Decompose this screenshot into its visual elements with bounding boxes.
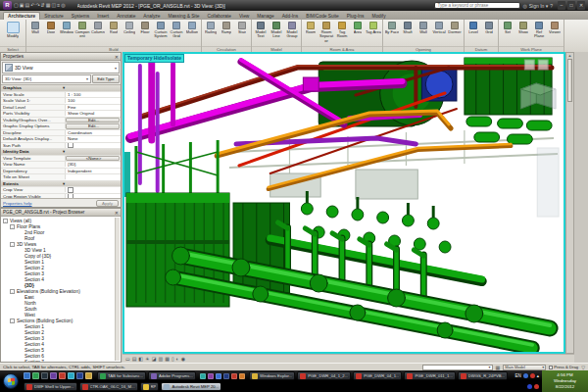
tree-expander-icon[interactable]: - (10, 318, 15, 323)
ribbon-tab[interactable]: Insert (93, 13, 113, 20)
tree-expander-icon[interactable]: - (10, 242, 15, 247)
ribbon-button[interactable]: Wall (416, 21, 431, 46)
quick-launch-icon[interactable] (41, 372, 48, 379)
view-control-icon[interactable]: ◪ (152, 355, 157, 363)
tree-expander-icon[interactable] (18, 301, 23, 306)
view-control-icon[interactable]: ◉ (181, 355, 185, 363)
view-control-icon[interactable]: ◧ (138, 355, 143, 363)
ribbon-button[interactable]: Floor (137, 21, 153, 46)
tray-icon[interactable] (534, 384, 539, 389)
property-value[interactable]: Independent (66, 169, 121, 174)
property-value[interactable]: Edit... (66, 123, 120, 129)
ribbon-tab[interactable]: Structure (40, 13, 67, 20)
quick-access-icon[interactable]: ◫ (52, 1, 57, 10)
ribbon-button[interactable]: Show (515, 21, 531, 46)
ribbon-button[interactable]: Component (74, 21, 90, 46)
browser-tree-item[interactable]: Section 7 (1, 359, 121, 362)
ribbon-button[interactable]: Room Separator (318, 21, 334, 46)
tray-icon[interactable] (530, 373, 535, 378)
steering-wheel-panel[interactable] (537, 148, 559, 217)
tree-expander-icon[interactable] (18, 313, 23, 318)
app-icon[interactable] (223, 373, 229, 379)
taskbar-window-button[interactable]: RP (140, 382, 160, 391)
property-value[interactable]: ▾ (61, 149, 121, 155)
tree-expander-icon[interactable]: - (3, 219, 8, 223)
tree-expander-icon[interactable] (18, 260, 23, 265)
ribbon-button[interactable]: Room (303, 21, 318, 46)
taskbar-window-button[interactable]: PGE_DWR_011_1... (404, 371, 455, 380)
quick-access-icon[interactable]: ▢ (14, 1, 19, 10)
ribbon-tab[interactable]: Systems (68, 13, 93, 20)
ribbon-tab[interactable]: Manage (253, 13, 277, 20)
quick-launch-icon[interactable] (32, 372, 39, 379)
close-icon[interactable]: ✕ (115, 210, 119, 216)
quick-access-icon[interactable]: ↷ (35, 1, 39, 10)
ribbon-button[interactable]: Column (90, 21, 106, 46)
maximize-button[interactable]: □ (567, 1, 575, 10)
taskbar-clock[interactable]: 4:56 PM Wednesday 8/22/2012 (542, 370, 588, 392)
property-value[interactable] (66, 174, 121, 180)
app-icon[interactable] (208, 373, 214, 379)
view-control-icon[interactable]: ▭ (125, 355, 130, 363)
selection-filter-icon[interactable]: ▽ (581, 365, 585, 370)
quick-launch-icon[interactable] (59, 372, 66, 379)
scrollbar-thumb[interactable] (567, 59, 572, 102)
taskbar-window-button[interactable]: Windows Explor... (249, 371, 295, 380)
ribbon-tab[interactable]: Add-Ins (278, 13, 303, 20)
ribbon-button[interactable]: Viewer (547, 21, 563, 46)
tree-expander-icon[interactable] (18, 230, 23, 235)
property-value[interactable]: ▾ (61, 85, 121, 91)
property-value[interactable] (66, 187, 121, 193)
temporary-hide-isolate-banner[interactable]: Temporary Hide/Isolate (124, 54, 184, 63)
tree-expander-icon[interactable]: - (10, 289, 15, 294)
ribbon-button[interactable]: Roof (106, 21, 122, 46)
language-indicator[interactable]: EN (514, 373, 520, 378)
view-control-icon[interactable]: ▯ (172, 355, 174, 363)
close-button[interactable]: ✕ (577, 1, 585, 10)
quick-launch-icon[interactable] (85, 372, 92, 379)
property-value[interactable]: Coordination (66, 130, 121, 136)
ribbon-tab[interactable]: Plug-Ins (343, 13, 368, 20)
view-control-icon[interactable]: ▤ (132, 355, 137, 363)
sign-in-button[interactable]: Sign In ▾ (529, 3, 548, 9)
ribbon-button[interactable]: Modify (1, 21, 24, 46)
start-button[interactable] (3, 373, 19, 389)
tree-expander-icon[interactable] (18, 254, 23, 259)
ribbon-tab[interactable]: Analyze (139, 13, 164, 20)
properties-header[interactable]: Properties ✕ (1, 53, 121, 61)
ribbon-tab[interactable]: BIM/Code Suite (302, 13, 343, 20)
quick-launch-icon[interactable] (24, 372, 30, 379)
press-drag-checkbox[interactable] (549, 366, 553, 369)
taskbar-window-button[interactable]: Adobe Programs... (148, 371, 196, 380)
tree-expander-icon[interactable] (18, 248, 23, 253)
properties-help-link[interactable]: Properties help (3, 201, 32, 206)
ribbon-button[interactable]: Door (43, 21, 59, 46)
tree-expander-icon[interactable] (18, 236, 23, 241)
tree-expander-icon[interactable] (18, 330, 23, 335)
property-value[interactable]: {3D} (66, 162, 121, 168)
ribbon-button[interactable]: Ramp (219, 21, 234, 46)
ribbon-button[interactable]: Wall (27, 21, 43, 46)
properties-filter-combo[interactable]: 3D View: {3D} ▾ (2, 74, 91, 83)
ribbon-button[interactable]: By Face (384, 21, 400, 46)
tree-expander-icon[interactable] (18, 266, 23, 270)
tree-expander-icon[interactable] (18, 360, 23, 363)
ribbon-button[interactable]: Ceiling (122, 21, 137, 46)
project-browser-header[interactable]: PGE_OR_ANSGLB.rvt - Project Browser ✕ (1, 209, 121, 217)
ribbon-button[interactable]: Mullion (184, 21, 200, 46)
app-icon[interactable] (216, 373, 221, 379)
press-drag-toggle[interactable]: Press & Drag (549, 365, 578, 369)
tree-expander-icon[interactable] (18, 307, 23, 312)
ribbon-button[interactable]: Area (350, 21, 366, 46)
apply-button[interactable]: Apply (96, 200, 119, 207)
search-icon[interactable]: ◎ (522, 3, 526, 9)
quick-access-icon[interactable]: ▦ (46, 1, 51, 10)
tree-expander-icon[interactable] (18, 348, 23, 353)
property-value[interactable]: ▾ (61, 181, 121, 187)
type-selector[interactable]: 3D View ▾ (2, 62, 120, 74)
ribbon-tab[interactable]: Modify (368, 13, 389, 20)
ribbon-button[interactable]: Grid (481, 21, 497, 46)
quick-access-icon[interactable]: ▣ (20, 1, 24, 10)
close-icon[interactable]: ✕ (115, 54, 119, 60)
ribbon-button[interactable]: Level (466, 21, 481, 46)
